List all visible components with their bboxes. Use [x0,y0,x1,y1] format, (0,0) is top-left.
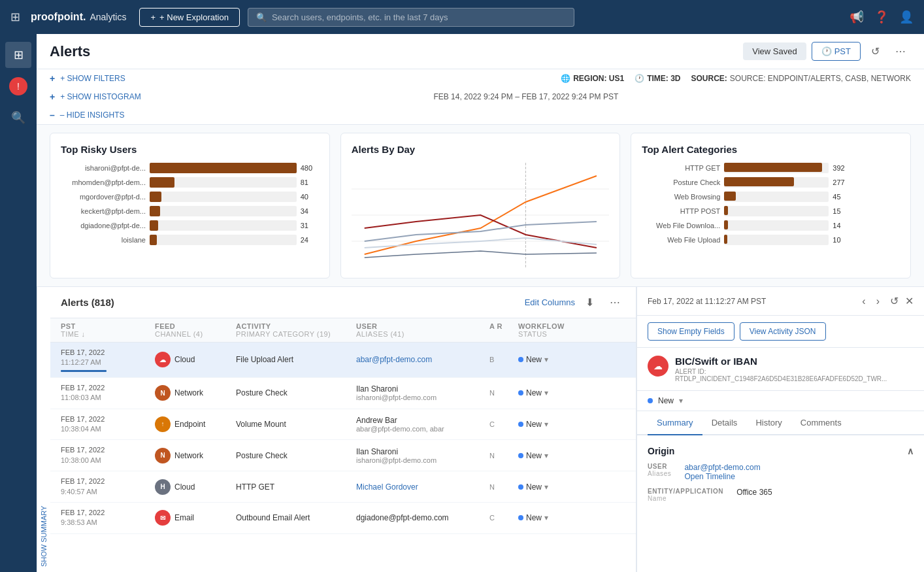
pst-button[interactable]: 🕐 PST [812,42,861,61]
tab-summary[interactable]: Summary [648,411,702,435]
workflow-dropdown-icon[interactable]: ▾ [679,396,683,405]
workflow-cell[interactable]: New ▾ [518,513,616,522]
alert-cat-row[interactable]: Web File Upload 10 [642,235,900,245]
cat-bar [724,220,728,229]
risky-user-row[interactable]: mhomden@pfpt-dem... 81 [61,177,319,188]
feed-name: Cloud [174,355,195,364]
risky-user-row[interactable]: loislane 24 [61,235,319,245]
sidebar-item-alerts[interactable]: ! [9,77,27,95]
risky-user-bar-track [150,235,297,245]
dropdown-arrow[interactable]: ▾ [544,513,548,522]
cat-bar-track [724,206,829,216]
time-cell: FEB 17, 2022 9:38:53 AM [61,508,152,528]
more-alerts-button[interactable]: ⋯ [604,294,625,311]
dropdown-arrow[interactable]: ▾ [544,388,548,397]
refresh-button[interactable]: ↺ [866,42,885,60]
detail-workflow: New ▾ [637,391,924,411]
dropdown-arrow[interactable]: ▾ [544,482,548,492]
workflow-status-dot [648,398,653,403]
workflow-cell[interactable]: New ▾ [518,420,616,429]
alert-cat-row[interactable]: Web Browsing 45 [642,192,900,202]
table-row[interactable]: FEB 17, 2022 11:08:03 AM N Network Postu… [50,378,636,409]
origin-chevron[interactable]: ∧ [907,446,914,456]
feed-name: Network [174,451,203,460]
page-title: Alerts [50,43,90,60]
alert-cat-row[interactable]: HTTP POST 15 [642,206,900,216]
workflow-cell[interactable]: New ▾ [518,451,616,460]
search-input[interactable] [272,12,566,22]
view-activity-json-button[interactable]: View Activity JSON [740,322,826,341]
show-empty-fields-button[interactable]: Show Empty Fields [648,322,734,341]
risky-user-row[interactable]: keckert@pfpt-dem... 34 [61,206,319,216]
dropdown-arrow[interactable]: ▾ [544,355,548,364]
table-row[interactable]: FEB 17, 2022 10:38:04 AM ↑ Endpoint Volu… [50,409,636,441]
user-email-sub: isharoni@pfpt-demo.com [356,394,487,401]
dropdown-arrow[interactable]: ▾ [544,420,548,429]
detail-refresh-button[interactable]: ↺ [886,294,902,309]
status-text: New [526,420,542,429]
view-saved-button[interactable]: View Saved [743,42,806,60]
cat-bar [724,206,728,215]
tab-comments[interactable]: Comments [791,411,851,435]
user-avatar-icon[interactable]: 👤 [899,10,914,24]
feed-cell: N Network [155,448,233,463]
detail-prev-button[interactable]: ‹ [858,294,869,309]
open-timeline-link[interactable]: Open Timeline [684,472,760,481]
alert-cat-row[interactable]: Posture Check 277 [642,177,900,188]
filter-bar: + + SHOW FILTERS 🌐 REGION: US1 🕐 TIME: 3… [37,69,924,125]
show-summary-tab[interactable]: SHOW SUMMARY [37,287,50,572]
help-icon[interactable]: ❓ [874,10,889,24]
search-icon: 🔍 [256,12,267,22]
new-exploration-button[interactable]: + + New Exploration [139,8,239,27]
plus-icon: + [150,12,156,22]
cat-bar-track [724,163,829,173]
dropdown-arrow[interactable]: ▾ [544,451,548,460]
risky-user-bar-track [150,177,297,188]
table-row[interactable]: FEB 17, 2022 9:38:53 AM ✉ Email Outbound… [50,503,636,534]
table-row[interactable]: FEB 17, 2022 11:12:27 AM ☁ Cloud File Up… [50,343,636,378]
alert-categories-chart: HTTP GET 392 Posture Check 277 Web Brows… [642,163,900,245]
table-row[interactable]: FEB 17, 2022 9:40:57 AM H Cloud HTTP GET… [50,471,636,503]
detail-alert-id: ALERT ID: RTDLP_INCIDENT_C1948F2A6D5D4E3… [675,368,914,382]
alert-cat-row[interactable]: Web File Downloa... 14 [642,220,900,231]
brand-name: proofpoint. [31,11,86,23]
user-email-sub: isharoni@pfpt-demo.com [356,456,487,464]
detail-close-button[interactable]: ✕ [905,295,914,307]
alerts-by-day-chart: FEB 14 FEB 16 [352,163,610,267]
tab-details[interactable]: Details [702,411,747,435]
more-options-button[interactable]: ⋯ [890,42,911,60]
minus-icon: – [50,110,55,120]
region-info: 🌐 REGION: US1 [561,74,624,83]
detail-next-button[interactable]: › [872,294,883,309]
status-text: New [526,355,542,364]
search-bar[interactable]: 🔍 [248,8,574,27]
workflow-cell[interactable]: New ▾ [518,388,616,397]
risky-user-row[interactable]: isharoni@pfpt-de... 480 [61,163,319,173]
download-button[interactable]: ⬇ [580,294,599,311]
alerts-body: SHOW SUMMARY Alerts (818) Edit Columns ⬇… [37,287,924,572]
table-row[interactable]: FEB 17, 2022 10:38:00 AM N Network Postu… [50,440,636,471]
user-email-link[interactable]: abar@pfpt-demo.com [684,463,760,472]
alert-cat-row[interactable]: HTTP GET 392 [642,163,900,173]
show-histogram-toggle[interactable]: + + SHOW HISTOGRAM [50,88,141,106]
feed-cell: ✉ Email [155,510,233,526]
hide-insights-toggle[interactable]: – – HIDE INSIGHTS [50,106,911,124]
notification-icon[interactable]: 📢 [850,10,864,24]
tab-history[interactable]: History [746,411,791,435]
risky-user-label: dgiadone@pfpt-de... [61,222,146,229]
col-pst-time: PST Time ↓ [61,322,152,338]
entity-label: ENTITY/APPLICATION Name [648,488,723,502]
sidebar-item-dashboard[interactable]: ⊞ [5,42,31,68]
workflow-cell[interactable]: New ▾ [518,482,616,492]
show-filters-toggle[interactable]: + + SHOW FILTERS [50,69,125,88]
risky-user-row[interactable]: dgiadone@pfpt-de... 31 [61,220,319,231]
sidebar-item-search[interactable]: 🔍 [5,105,31,131]
alerts-actions: Edit Columns ⬇ ⋯ [525,294,625,311]
risky-user-row[interactable]: mgordover@pfpt-d... 40 [61,192,319,202]
status-dot [518,357,523,362]
grid-icon[interactable]: ⊞ [10,10,20,24]
table-body: FEB 17, 2022 11:12:27 AM ☁ Cloud File Up… [50,343,636,572]
workflow-cell[interactable]: New ▾ [518,355,616,364]
origin-section-header: Origin ∧ [648,446,914,456]
edit-columns-button[interactable]: Edit Columns [525,297,575,307]
